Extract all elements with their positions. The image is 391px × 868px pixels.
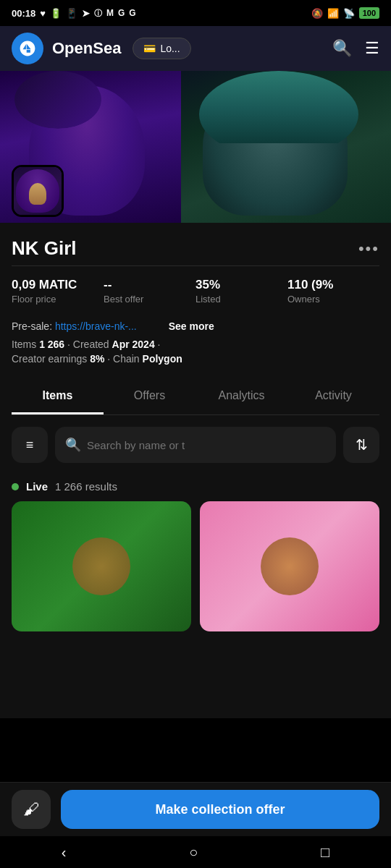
recents-button[interactable]: □ <box>306 838 344 867</box>
search-row: ≡ 🔍 ⇅ <box>0 415 391 475</box>
more-options-button[interactable]: ••• <box>358 239 379 258</box>
chain-name: Polygon <box>143 353 182 365</box>
best-offer-value: -- <box>104 278 187 292</box>
tab-activity[interactable]: Activity <box>287 379 379 414</box>
nft-card-1[interactable] <box>12 501 191 631</box>
bell-off-icon: 🔕 <box>311 8 323 19</box>
wallet-address: Lo... <box>160 43 180 54</box>
tab-offers[interactable]: Offers <box>104 379 196 414</box>
nft-grid <box>0 501 391 718</box>
tabs-row: Items Offers Analytics Activity <box>12 379 379 415</box>
live-label: Live <box>26 480 48 493</box>
m-icon: M <box>106 8 114 18</box>
search-icon[interactable]: 🔍 <box>332 39 352 58</box>
results-row: Live 1 266 results <box>0 475 391 501</box>
nft-figure-2 <box>261 537 319 595</box>
created-date: Apr 2024 <box>112 339 155 350</box>
owners-value: 110 (9% <box>287 278 371 292</box>
floor-price-label: Floor price <box>12 294 95 305</box>
description-row: Pre-sale: https://brave-nk-... See more <box>12 319 379 339</box>
collection-name-row: NK Girl ••• <box>12 234 379 260</box>
whatsapp-icon: 📱 <box>66 8 77 19</box>
bottom-bar: 🖌 Make collection offer <box>0 782 391 836</box>
results-count: 1 266 results <box>55 480 117 493</box>
back-button[interactable]: ‹ <box>47 838 81 867</box>
location-icon: ➤ <box>82 8 90 19</box>
sort-button[interactable]: ⇅ <box>343 427 379 463</box>
avatar-figure <box>16 169 59 213</box>
opensea-logo-svg <box>18 39 37 58</box>
nft-figure-1 <box>72 537 130 595</box>
see-more-button[interactable]: See more <box>169 320 214 332</box>
presale-text: Pre-sale: <box>12 320 55 332</box>
stat-best-offer: -- Best offer <box>104 278 196 305</box>
brand-name: OpenSea <box>52 39 121 58</box>
creator-earnings: 8% <box>90 353 104 365</box>
status-right: 🔕 📶 📡 100 <box>311 7 379 19</box>
stat-floor-price: 0,09 MATIC Floor price <box>12 278 104 305</box>
items-count: 1 266 <box>39 339 64 350</box>
home-button[interactable]: ○ <box>175 838 212 867</box>
status-left: 00:18 ♥ 🔋 📱 ➤ ⓘ M G G <box>12 8 136 19</box>
signal-icon: 📡 <box>343 8 355 19</box>
heart-icon: ♥ <box>40 8 46 19</box>
search-input-wrap: 🔍 <box>55 427 336 463</box>
battery-level: 100 <box>359 7 379 19</box>
nft-card-2[interactable] <box>200 501 379 631</box>
wallet-icon: 💳 <box>143 43 156 54</box>
search-input[interactable] <box>87 439 326 451</box>
nav-icons: 🔍 ☰ <box>332 39 379 58</box>
opensea-logo[interactable] <box>12 33 43 64</box>
filter-icon: ≡ <box>26 438 34 453</box>
brush-button[interactable]: 🖌 <box>12 790 51 829</box>
g1-icon: G <box>118 8 125 18</box>
sort-icon: ⇅ <box>356 436 368 454</box>
floor-price-value: 0,09 MATIC <box>12 278 95 292</box>
hero-banner <box>0 71 391 223</box>
tab-analytics[interactable]: Analytics <box>196 379 287 414</box>
make-collection-offer-button[interactable]: Make collection offer <box>61 790 379 829</box>
hero-bg-right-fill <box>181 71 391 223</box>
right-figure-wrap <box>188 71 391 223</box>
hamburger-menu-icon[interactable]: ☰ <box>365 39 379 58</box>
stats-row: 0,09 MATIC Floor price -- Best offer 35%… <box>12 278 379 305</box>
battery-icon: 🔋 <box>50 8 62 19</box>
time-display: 00:18 <box>12 8 35 19</box>
hair-shape-left <box>14 71 101 129</box>
listed-label: Listed <box>196 294 279 305</box>
filter-button[interactable]: ≡ <box>12 427 48 463</box>
profile-avatar <box>12 165 64 217</box>
collection-name: NK Girl <box>12 237 77 260</box>
nft-image-1 <box>12 501 191 631</box>
divider <box>12 265 379 266</box>
wifi-icon: 📶 <box>327 8 339 19</box>
owners-label: Owners <box>287 294 371 305</box>
tab-items[interactable]: Items <box>12 379 104 414</box>
nav-bottom-bar: ‹ ○ □ <box>0 836 391 868</box>
live-indicator-dot <box>12 483 19 490</box>
search-inner-icon: 🔍 <box>65 437 81 453</box>
navbar: OpenSea 💳 Lo... 🔍 ☰ <box>0 26 391 71</box>
wallet-button[interactable]: 💳 Lo... <box>133 38 190 59</box>
listed-value: 35% <box>196 278 279 292</box>
hero-figure-right <box>181 71 391 223</box>
stat-listed: 35% Listed <box>196 278 287 305</box>
avatar-inner <box>14 167 62 215</box>
best-offer-label: Best offer <box>104 294 187 305</box>
status-bar: 00:18 ♥ 🔋 📱 ➤ ⓘ M G G 🔕 📶 📡 100 <box>0 0 391 26</box>
instagram-icon: ⓘ <box>94 8 102 19</box>
meta-row-2: Creator earnings 8% · Chain Polygon <box>12 353 379 365</box>
presale-link[interactable]: https://brave-nk-... <box>55 320 137 332</box>
avatar-face <box>29 183 46 205</box>
stat-owners: 110 (9% Owners <box>287 278 379 305</box>
teal-hair <box>196 71 362 143</box>
brush-icon: 🖌 <box>23 800 39 819</box>
nft-image-2 <box>200 501 379 631</box>
collection-info: NK Girl ••• 0,09 MATIC Floor price -- Be… <box>0 223 391 415</box>
meta-row-1: Items 1 266 · Created Apr 2024 · <box>12 339 379 350</box>
g2-icon: G <box>129 8 135 18</box>
